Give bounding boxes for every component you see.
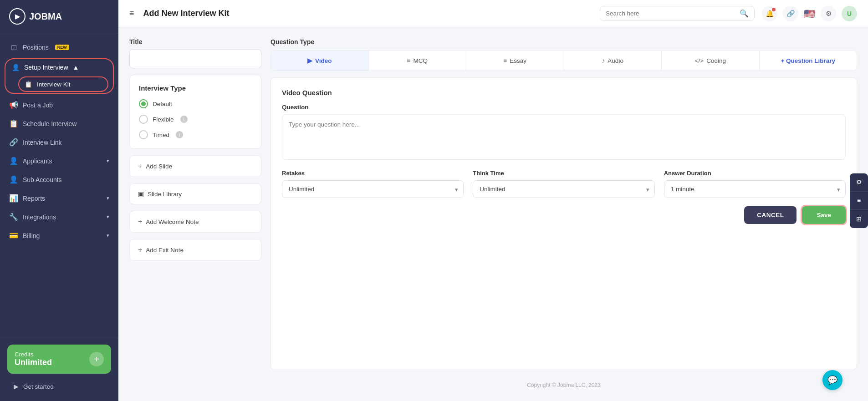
page-content: Title Interview Type Default Flexible i <box>118 27 868 401</box>
radio-default[interactable]: Default <box>139 99 252 108</box>
video-question-title: Video Question <box>282 89 846 96</box>
tab-audio[interactable]: ♪ Audio <box>564 51 662 71</box>
positions-icon: ◻ <box>9 43 18 51</box>
sidebar-item-post-a-job[interactable]: 📢 Post a Job <box>0 96 118 114</box>
sidebar-item-interview-link[interactable]: 🔗 Interview Link <box>0 133 118 152</box>
sidebar-item-label: Interview Link <box>23 139 62 146</box>
floating-list-icon[interactable]: ≡ <box>850 192 868 210</box>
question-field-label: Question <box>282 104 846 111</box>
add-exit-note-button[interactable]: + Add Exit Note <box>129 239 261 261</box>
sidebar-bottom: Credits Unlimited + ▶ Get started <box>0 338 118 401</box>
sub-accounts-icon: 👤 <box>9 175 18 184</box>
add-welcome-note-button[interactable]: + Add Welcome Note <box>129 211 261 233</box>
sidebar-item-integrations[interactable]: 🔧 Integrations ▾ <box>0 208 118 226</box>
left-panel: Title Interview Type Default Flexible i <box>129 38 261 390</box>
add-slide-button[interactable]: + Add Slide <box>129 155 261 177</box>
interview-type-options: Default Flexible i Timed i <box>139 99 252 139</box>
answer-duration-setting: Answer Duration 1 minute 2 minutes 3 min… <box>664 170 846 198</box>
tab-essay-label: Essay <box>510 57 526 64</box>
sidebar-item-applicants[interactable]: 👤 Applicants ▾ <box>0 152 118 170</box>
sidebar-item-label: Billing <box>23 232 40 239</box>
header-icons: 🔔 🔗 🇺🇸 ⚙ U <box>762 6 857 21</box>
credits-plus-button[interactable]: + <box>89 352 104 366</box>
chevron-down-icon: ▾ <box>107 214 109 220</box>
chat-bubble[interactable]: 💬 <box>822 370 842 390</box>
page-title: Add New Interview Kit <box>143 9 592 18</box>
sidebar-subitem-label: Interview Kit <box>37 81 71 88</box>
setup-interview-icon: 👤 <box>12 64 20 71</box>
question-type-label: Question Type <box>271 38 857 46</box>
link-icon: 🔗 <box>9 138 18 147</box>
footer: Copyright © Jobma LLC, 2023 <box>271 376 857 390</box>
floating-grid-icon[interactable]: ⊞ <box>850 210 868 228</box>
notification-dot <box>772 8 776 11</box>
header: ≡ Add New Interview Kit 🔍 🔔 🔗 🇺🇸 ⚙ U <box>118 0 868 27</box>
think-time-setting: Think Time Unlimited 30 seconds 1 minute… <box>473 170 654 198</box>
search-input[interactable] <box>606 10 736 17</box>
get-started-label: Get started <box>23 383 54 390</box>
menu-icon[interactable]: ≡ <box>129 9 134 18</box>
settings-row: Retakes Unlimited 1 2 3 Think Time <box>282 170 846 198</box>
search-box: 🔍 <box>600 6 755 21</box>
sidebar-item-schedule-interview[interactable]: 📋 Schedule Interview <box>0 114 118 133</box>
radio-circle-default <box>139 99 148 108</box>
retakes-label: Retakes <box>282 170 464 177</box>
form-action-buttons: CANCEL Save <box>282 206 846 224</box>
think-time-select[interactable]: Unlimited 30 seconds 1 minute 2 minutes <box>473 180 654 198</box>
radio-flexible[interactable]: Flexible i <box>139 115 252 124</box>
radio-timed[interactable]: Timed i <box>139 130 252 139</box>
plus-icon: + <box>138 162 142 170</box>
cancel-button[interactable]: CANCEL <box>744 206 797 224</box>
credits-title: Credits <box>15 351 52 358</box>
sidebar-item-label: Setup Interview <box>24 64 68 71</box>
title-input[interactable] <box>129 49 261 68</box>
retakes-setting: Retakes Unlimited 1 2 3 <box>282 170 464 198</box>
flag-icon[interactable]: 🇺🇸 <box>804 8 815 19</box>
save-button[interactable]: Save <box>802 206 846 224</box>
sidebar-item-setup-interview[interactable]: 👤 Setup Interview ▲ <box>5 59 113 76</box>
notification-button[interactable]: 🔔 <box>762 6 777 21</box>
sidebar-item-reports[interactable]: 📊 Reports ▾ <box>0 189 118 208</box>
radio-label-flexible: Flexible <box>153 116 174 123</box>
settings-button[interactable]: ⚙ <box>821 6 836 21</box>
schedule-icon: 📋 <box>9 119 18 128</box>
credits-card[interactable]: Credits Unlimited + <box>7 345 111 374</box>
tab-mcq[interactable]: ≡ MCQ <box>369 51 467 71</box>
sidebar: ▶ JOBMA ◻ Positions NEW 👤 Setup Intervie… <box>0 0 118 401</box>
floating-settings-icon[interactable]: ⚙ <box>850 173 868 192</box>
sidebar-item-label: Positions <box>23 44 49 51</box>
link-button[interactable]: 🔗 <box>783 6 798 21</box>
retakes-select[interactable]: Unlimited 1 2 3 <box>282 180 464 198</box>
applicants-icon: 👤 <box>9 157 18 165</box>
radio-label-default: Default <box>153 101 172 107</box>
tab-mcq-label: MCQ <box>413 57 428 64</box>
tab-essay[interactable]: ≡ Essay <box>466 51 564 71</box>
interview-type-title: Interview Type <box>139 84 252 92</box>
credits-value: Unlimited <box>15 358 52 367</box>
sidebar-item-sub-accounts[interactable]: 👤 Sub Accounts <box>0 170 118 189</box>
video-question-card: Video Question Question Retakes Unlimite… <box>271 77 857 370</box>
logo-text: JOBMA <box>29 11 62 22</box>
radio-circle-flexible <box>139 115 148 124</box>
sidebar-item-label: Reports <box>23 195 45 202</box>
tab-question-library[interactable]: + Question Library <box>760 51 857 71</box>
retakes-select-wrapper: Unlimited 1 2 3 <box>282 180 464 198</box>
setup-interview-wrap: 👤 Setup Interview ▲ 📋 Interview Kit <box>5 58 114 94</box>
search-icon: 🔍 <box>740 9 749 18</box>
add-welcome-note-label: Add Welcome Note <box>146 218 199 225</box>
get-started-item[interactable]: ▶ Get started <box>7 378 111 395</box>
floating-sidebar: ⚙ ≡ ⊞ <box>850 173 868 228</box>
sidebar-item-interview-kit[interactable]: 📋 Interview Kit <box>18 76 108 92</box>
slide-library-button[interactable]: ▣ Slide Library <box>129 183 261 204</box>
tab-coding[interactable]: </> Coding <box>662 51 760 71</box>
sidebar-item-positions[interactable]: ◻ Positions NEW <box>0 38 118 56</box>
tab-video[interactable]: ▶ Video <box>271 51 369 71</box>
question-textarea[interactable] <box>282 114 846 160</box>
sidebar-item-billing[interactable]: 💳 Billing ▾ <box>0 226 118 245</box>
avatar[interactable]: U <box>842 6 857 21</box>
title-label: Title <box>129 38 261 46</box>
sidebar-item-label: Schedule Interview <box>23 120 77 127</box>
reports-icon: 📊 <box>9 194 18 203</box>
interview-type-card: Interview Type Default Flexible i Timed <box>129 75 261 149</box>
answer-duration-select[interactable]: 1 minute 2 minutes 3 minutes 5 minutes <box>664 180 846 198</box>
